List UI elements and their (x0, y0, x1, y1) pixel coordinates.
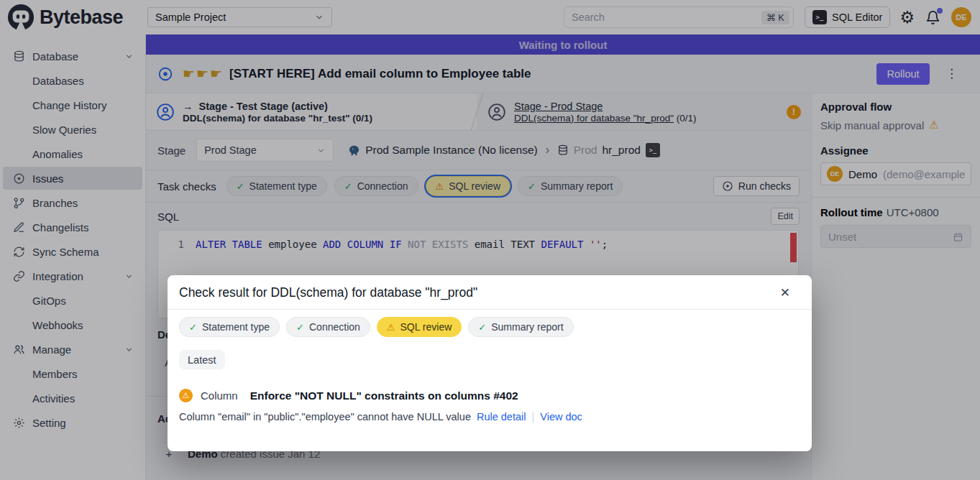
rule-detail-link[interactable]: Rule detail (477, 411, 526, 423)
finding-category: Column (201, 389, 238, 402)
modal-tab-sql-review[interactable]: ⚠SQL review (377, 317, 462, 337)
modal-tab-connection[interactable]: ✓Connection (286, 317, 370, 337)
bytebase-app: Bytebase Sample Project Search ⌘ K >_ SQ… (0, 0, 980, 480)
finding-rule: Enforce "NOT NULL" constraints on column… (250, 389, 518, 402)
modal-tab-summary-report[interactable]: ✓Summary report (468, 317, 573, 337)
warning-icon: ⚠ (387, 322, 395, 333)
finding-detail: Column "email" in "public"."employee" ca… (179, 411, 471, 423)
close-icon[interactable]: ✕ (780, 285, 800, 300)
warning-circle-icon: ⚠ (179, 389, 193, 402)
view-doc-link[interactable]: View doc (540, 411, 582, 423)
review-finding: ⚠ Column Enforce "NOT NULL" constraints … (179, 389, 800, 402)
latest-badge: Latest (179, 350, 225, 369)
check-icon: ✓ (478, 322, 486, 333)
modal-tab-statement-type[interactable]: ✓Statement type (179, 317, 280, 337)
modal-divider (168, 309, 812, 310)
check-icon: ✓ (296, 322, 304, 333)
modal-check-tabs: ✓Statement type ✓Connection ⚠SQL review … (179, 317, 800, 337)
link-divider: | (531, 411, 534, 423)
check-icon: ✓ (189, 322, 197, 333)
check-result-modal: Check result for DDL(schema) for databas… (168, 275, 812, 451)
modal-title: Check result for DDL(schema) for databas… (179, 285, 477, 300)
